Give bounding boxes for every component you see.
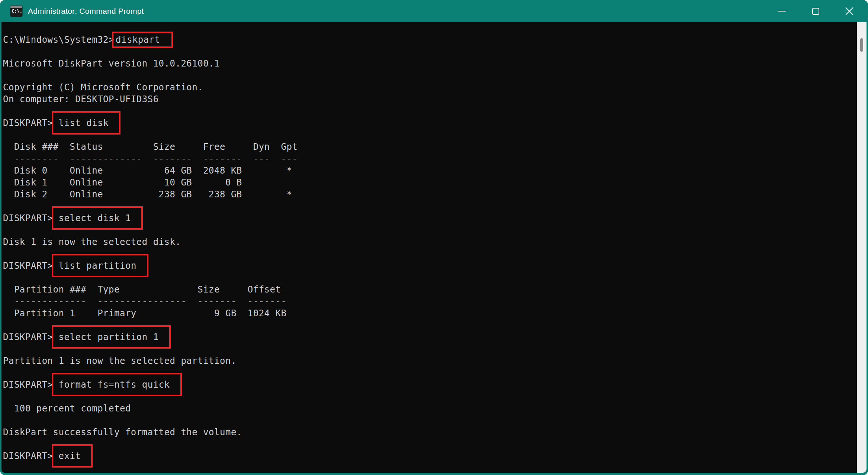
output-line: Disk 1 is now the selected disk. (3, 236, 857, 248)
output-line: -------- ------------- ------- ------- -… (3, 153, 857, 165)
prompt-label: DISKPART> (3, 261, 53, 271)
minimize-icon (778, 11, 786, 12)
output-line: Partition 1 is now the selected partitio… (3, 355, 857, 367)
output-line: Copyright (C) Microsoft Corporation. (3, 81, 857, 93)
cmd-icon (10, 6, 22, 17)
command-line: DISKPART>select partition 1 (3, 331, 857, 343)
output-line: On computer: DESKTOP-UFID3S6 (3, 93, 857, 105)
output-line: 100 percent completed (3, 403, 857, 414)
blank-line (3, 70, 857, 81)
command-prompt-window: Administrator: Command Prompt C:\Windows… (0, 0, 868, 475)
prompt-label: DISKPART> (3, 213, 53, 223)
highlighted-command: select partition 1 (52, 325, 171, 349)
blank-line (3, 438, 857, 450)
blank-line (3, 414, 857, 426)
prompt-label: DISKPART> (3, 118, 53, 128)
output-line: Disk 0 Online 64 GB 2048 KB * (3, 165, 857, 177)
command-line: DISKPART>select disk 1 (3, 212, 857, 224)
output-line: ------------- ---------------- ------- -… (3, 295, 857, 307)
prompt-label: DISKPART> (3, 332, 53, 342)
command-line: DISKPART>list partition (3, 260, 857, 272)
output-line: Microsoft DiskPart version 10.0.26100.1 (3, 58, 857, 70)
output-line: Disk 1 Online 10 GB 0 B (3, 177, 857, 188)
blank-line (3, 105, 857, 117)
window-controls (760, 0, 868, 22)
prompt-label: C:\Windows\System32> (3, 35, 114, 45)
command-line: C:\Windows\System32>diskpart (3, 34, 857, 46)
close-button[interactable] (838, 0, 861, 22)
command-line: DISKPART>list disk (3, 117, 857, 129)
output-line: Partition ### Type Size Offset (3, 284, 857, 295)
scrollbar[interactable] (857, 22, 867, 473)
output-line: Disk ### Status Size Free Dyn Gpt (3, 141, 857, 153)
highlighted-command: list disk (52, 111, 121, 135)
close-icon (845, 6, 854, 16)
maximize-button[interactable] (804, 0, 827, 22)
prompt-label: DISKPART> (3, 379, 53, 390)
blank-line (3, 129, 857, 141)
maximize-icon (812, 8, 819, 15)
terminal-output[interactable]: C:\Windows\System32>diskpart Microsoft D… (1, 22, 857, 473)
scrollbar-thumb[interactable] (860, 38, 863, 52)
prompt-label: DISKPART> (3, 451, 53, 461)
highlighted-command: diskpart (112, 32, 173, 48)
output-line: Partition 1 Primary 9 GB 1024 KB (3, 307, 857, 319)
output-line: Disk 2 Online 238 GB 238 GB * (3, 188, 857, 200)
highlighted-command: select disk 1 (52, 206, 143, 230)
terminal-body: C:\Windows\System32>diskpart Microsoft D… (1, 22, 867, 473)
window-title: Administrator: Command Prompt (28, 7, 144, 16)
minimize-button[interactable] (770, 0, 794, 22)
highlighted-command: format fs=ntfs quick (52, 373, 182, 396)
titlebar[interactable]: Administrator: Command Prompt (0, 0, 868, 22)
output-line: DiskPart successfully formatted the volu… (3, 426, 857, 438)
highlighted-command: exit (52, 444, 93, 468)
command-line: DISKPART>format fs=ntfs quick (3, 379, 857, 391)
command-line: DISKPART>exit (3, 450, 857, 462)
highlighted-command: list partition (52, 254, 148, 277)
